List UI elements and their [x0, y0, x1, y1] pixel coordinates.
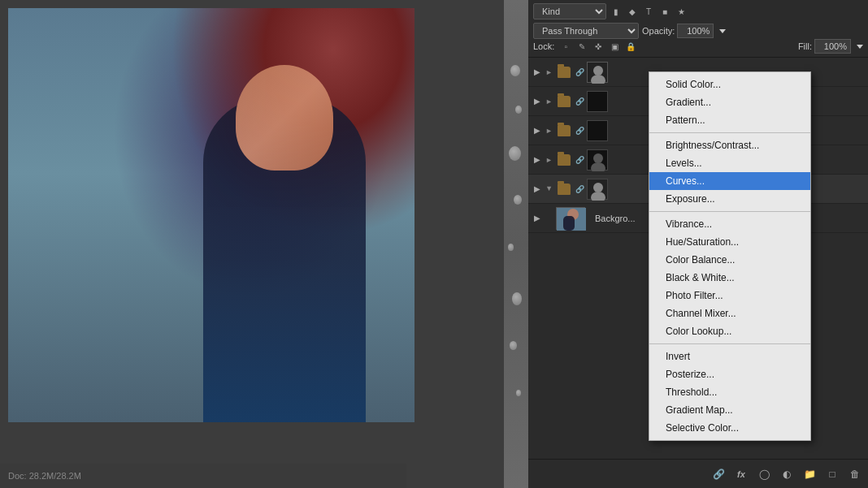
- layer-eye-icon[interactable]: ▶: [532, 213, 543, 224]
- layer-chain-icon: 🔗: [575, 127, 584, 135]
- toolbar-row2: Pass Through Opacity:: [533, 23, 863, 39]
- opacity-container: Opacity:: [642, 24, 726, 38]
- layer-eye-icon[interactable]: ▶: [532, 184, 543, 195]
- layer-thumb-background: [556, 207, 585, 230]
- new-layer-icon[interactable]: □: [824, 466, 840, 482]
- lock-icons: ▫ ✎ ✜ ▣ 🔒: [559, 40, 637, 53]
- fill-chevron-icon[interactable]: [857, 45, 863, 49]
- menu-item-posterize[interactable]: Posterize...: [649, 365, 810, 383]
- fill-container: Fill:: [798, 39, 863, 54]
- lock-paint-icon[interactable]: ✎: [575, 40, 588, 53]
- adjustment-layer-icon[interactable]: ◐: [779, 466, 795, 482]
- layer-expand-icon[interactable]: ►: [545, 68, 553, 76]
- menu-separator: [649, 211, 810, 212]
- menu-item-color-balance[interactable]: Color Balance...: [649, 251, 810, 269]
- menu-separator: [649, 343, 810, 344]
- link-layers-icon[interactable]: 🔗: [710, 466, 727, 482]
- lock-position-icon[interactable]: ✜: [592, 40, 605, 53]
- menu-item-vibrance[interactable]: Vibrance...: [649, 215, 810, 233]
- layer-folder-icon: [558, 96, 571, 107]
- kind-dropdown[interactable]: Kind: [533, 3, 606, 19]
- layer-expand-icon[interactable]: ►: [545, 185, 553, 193]
- svg-point-3: [591, 162, 605, 171]
- filter-pixel-icon[interactable]: ▮: [610, 5, 623, 18]
- filter-shape-icon[interactable]: ■: [658, 5, 671, 18]
- lock-all-icon[interactable]: 🔒: [624, 40, 637, 53]
- person-silhouette: [203, 97, 366, 422]
- lock-row: Lock: ▫ ✎ ✜ ▣ 🔒 Fill:: [533, 39, 863, 54]
- layer-thumb: [587, 120, 608, 141]
- menu-item-channel-mixer[interactable]: Channel Mixer...: [649, 304, 810, 322]
- svg-point-5: [591, 192, 605, 201]
- delete-layer-icon[interactable]: 🗑: [847, 466, 863, 482]
- filter-adj-icon[interactable]: ◆: [626, 5, 639, 18]
- opacity-label: Opacity:: [642, 26, 675, 36]
- layer-folder-icon: [558, 67, 571, 78]
- toolbar-row1: Kind ▮ ◆ T ■ ★: [533, 3, 863, 19]
- layer-chain-icon: 🔗: [575, 68, 584, 76]
- canvas-image: [8, 8, 414, 422]
- layer-fx-icon[interactable]: fx: [733, 466, 749, 482]
- context-menu-overlay: Solid Color... Gradient... Pattern... Br…: [649, 71, 811, 441]
- menu-item-selective-color[interactable]: Selective Color...: [649, 419, 810, 437]
- opacity-chevron-icon[interactable]: [719, 29, 726, 33]
- menu-item-threshold[interactable]: Threshold...: [649, 383, 810, 401]
- layer-expand-icon[interactable]: ►: [545, 127, 553, 135]
- menu-item-exposure[interactable]: Exposure...: [649, 190, 810, 208]
- menu-item-solid-color[interactable]: Solid Color...: [649, 76, 810, 93]
- menu-item-invert[interactable]: Invert: [649, 348, 810, 365]
- menu-item-gradient-map[interactable]: Gradient Map...: [649, 401, 810, 419]
- lock-label: Lock:: [533, 41, 554, 51]
- svg-point-0: [593, 66, 603, 76]
- menu-item-black-white[interactable]: Black & White...: [649, 269, 810, 287]
- panel-bottom: 🔗 fx ◯ ◐ 📁 □ 🗑: [528, 459, 868, 488]
- droplets-strip: [504, 0, 528, 488]
- opacity-input[interactable]: [677, 24, 714, 38]
- svg-point-2: [593, 153, 603, 163]
- layer-chain-icon: 🔗: [575, 97, 584, 106]
- menu-item-hue-saturation[interactable]: Hue/Saturation...: [649, 233, 810, 251]
- layer-folder-icon: [558, 154, 571, 166]
- layer-thumb: [587, 91, 608, 112]
- canvas-doc-info: Doc: 28.2M/28.2M: [8, 471, 81, 481]
- menu-item-brightness-contrast[interactable]: Brightness/Contrast...: [649, 136, 810, 154]
- filter-smart-icon[interactable]: ★: [675, 5, 688, 18]
- svg-rect-8: [563, 216, 575, 231]
- panel-toolbar: Kind ▮ ◆ T ■ ★ Pass Through Opacity: Loc…: [528, 0, 868, 58]
- layer-chain-icon: 🔗: [575, 156, 584, 164]
- layer-eye-icon[interactable]: ▶: [532, 154, 543, 166]
- menu-item-photo-filter[interactable]: Photo Filter...: [649, 287, 810, 304]
- svg-point-4: [593, 183, 603, 192]
- layer-eye-icon[interactable]: ▶: [532, 125, 543, 136]
- context-menu: Solid Color... Gradient... Pattern... Br…: [649, 71, 811, 441]
- add-mask-icon[interactable]: ◯: [756, 466, 772, 482]
- svg-point-1: [591, 75, 605, 84]
- menu-item-levels[interactable]: Levels...: [649, 154, 810, 172]
- fill-input[interactable]: [814, 39, 851, 54]
- menu-item-curves[interactable]: Curves...: [649, 172, 810, 190]
- right-panel: Kind ▮ ◆ T ■ ★ Pass Through Opacity: Loc…: [528, 0, 868, 488]
- new-group-icon[interactable]: 📁: [801, 466, 818, 482]
- layer-expand-icon[interactable]: ►: [545, 97, 553, 106]
- menu-item-color-lookup[interactable]: Color Lookup...: [649, 322, 810, 340]
- lock-artboard-icon[interactable]: ▣: [608, 40, 621, 53]
- lock-transparent-icon[interactable]: ▫: [559, 40, 572, 53]
- layer-eye-icon[interactable]: ▶: [532, 67, 543, 78]
- layer-folder-icon: [558, 125, 571, 136]
- layer-folder-icon: [558, 184, 571, 195]
- canvas-bottom-bar: Doc: 28.2M/28.2M: [0, 464, 406, 488]
- fill-label: Fill:: [798, 41, 812, 51]
- layer-expand-icon[interactable]: ►: [545, 156, 553, 164]
- canvas-area: Doc: 28.2M/28.2M: [0, 0, 528, 488]
- layer-thumb: [587, 179, 608, 200]
- layer-thumb: [587, 149, 608, 171]
- menu-separator: [649, 132, 810, 133]
- layer-eye-icon[interactable]: ▶: [532, 96, 543, 107]
- menu-item-gradient[interactable]: Gradient...: [649, 93, 810, 111]
- menu-item-pattern[interactable]: Pattern...: [649, 111, 810, 129]
- layer-chain-icon: 🔗: [575, 185, 584, 193]
- layer-thumb: [587, 62, 608, 83]
- blend-mode-dropdown[interactable]: Pass Through: [533, 23, 639, 39]
- filter-type-icon[interactable]: T: [642, 5, 655, 18]
